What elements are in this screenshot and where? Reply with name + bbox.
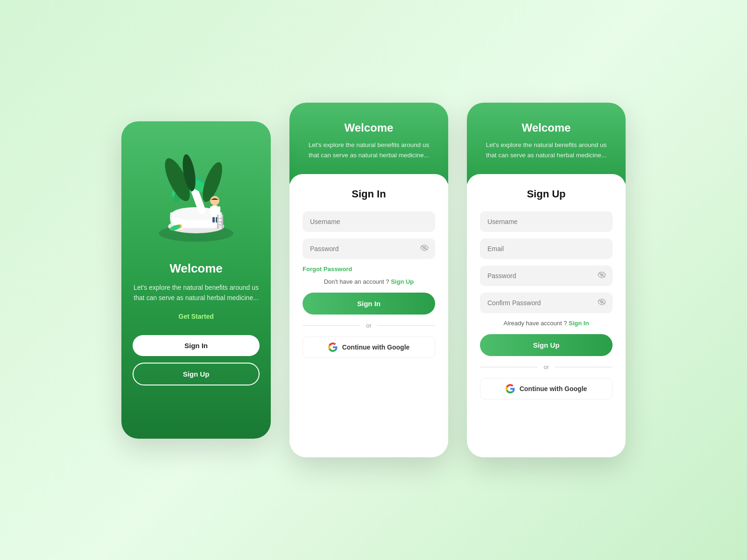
signin-button[interactable]: Sign In (303, 293, 435, 315)
splash-screen: Welcome Let's explore the natural benefi… (121, 121, 271, 439)
signin-link[interactable]: Sign In (569, 320, 589, 327)
signin-header: Welcome Let's explore the natural benefi… (289, 103, 448, 183)
signup-email-input[interactable] (480, 238, 613, 259)
signup-or-text: or (543, 364, 549, 371)
svg-rect-24 (217, 224, 223, 225)
have-account-row: Already have account ? Sign In (480, 320, 613, 327)
or-divider: or (303, 322, 435, 329)
signup-confirm-password-input[interactable] (480, 293, 613, 313)
signup-body: Sign Up (467, 174, 626, 457)
google-signup-label: Continue with Google (520, 385, 587, 392)
divider-line-right (377, 325, 435, 326)
splash-desc: Let's explore the natural benefits aroun… (133, 282, 260, 303)
svg-rect-22 (217, 218, 223, 219)
signup-header: Welcome Let's explore the natural benefi… (467, 103, 626, 183)
google-icon (328, 343, 338, 352)
svg-rect-18 (212, 217, 215, 223)
have-account-text: Already have account ? (504, 320, 567, 327)
signin-username-input[interactable] (303, 211, 435, 232)
signin-header-title: Welcome (303, 121, 435, 134)
google-signin-label: Continue with Google (342, 343, 410, 351)
no-account-row: Don't have an account ? Sign Up (303, 278, 435, 285)
screens-container: Welcome Let's explore the natural benefi… (93, 65, 654, 495)
signup-header-desc: Let's explore the natural benefits aroun… (480, 140, 613, 160)
signup-password-eye-icon[interactable] (598, 272, 606, 280)
divider-line-left (303, 325, 360, 326)
splash-signin-button[interactable]: Sign In (133, 335, 260, 356)
signin-screen: Welcome Let's explore the natural benefi… (289, 103, 448, 457)
signin-header-desc: Let's explore the natural benefits aroun… (303, 140, 435, 160)
signin-password-input[interactable] (303, 238, 435, 259)
signup-confirm-password-wrapper (480, 293, 613, 313)
signup-or-divider: or (480, 364, 613, 371)
password-eye-icon[interactable] (420, 245, 429, 253)
signup-password-input[interactable] (480, 266, 613, 286)
signup-username-input[interactable] (480, 211, 613, 232)
signin-body: Sign In Forgot Password Don't have an ac… (289, 174, 448, 457)
signin-form-title: Sign In (303, 188, 435, 200)
google-signup-button[interactable]: Continue with Google (480, 378, 613, 399)
no-account-text: Don't have an account ? (324, 278, 389, 285)
signup-screen: Welcome Let's explore the natural benefi… (467, 103, 626, 457)
get-started-link[interactable]: Get Started (178, 313, 213, 320)
signup-button[interactable]: Sign Up (480, 334, 613, 356)
svg-rect-16 (210, 206, 213, 215)
signup-divider-line-left (480, 367, 538, 367)
google-signin-button[interactable]: Continue with Google (303, 336, 435, 358)
confirm-password-eye-icon[interactable] (598, 299, 606, 307)
signup-header-title: Welcome (480, 121, 613, 134)
hero-illustration (145, 145, 247, 247)
forgot-password-link[interactable]: Forgot Password (303, 266, 435, 273)
signup-form-title: Sign Up (480, 188, 613, 200)
signup-password-wrapper (480, 266, 613, 286)
splash-title: Welcome (169, 261, 223, 276)
signup-divider-line-right (555, 367, 613, 367)
or-text: or (366, 322, 372, 329)
svg-point-14 (210, 196, 219, 205)
svg-rect-23 (217, 221, 223, 222)
google-signup-icon (506, 384, 515, 393)
signin-password-wrapper (303, 238, 435, 259)
signup-link[interactable]: Sign Up (391, 278, 414, 285)
splash-signup-button[interactable]: Sign Up (133, 363, 260, 385)
svg-rect-17 (218, 206, 220, 215)
